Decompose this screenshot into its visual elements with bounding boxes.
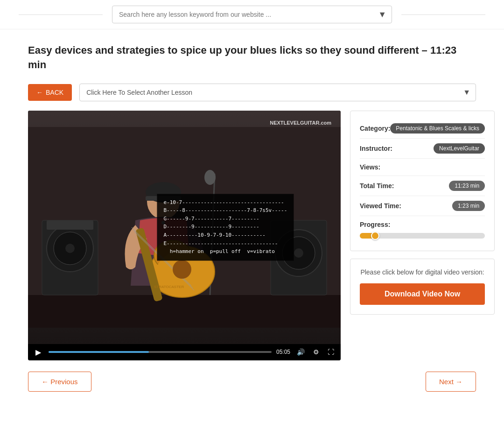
top-bar: ▼: [0, 0, 504, 29]
video-player: STRATOCASTER e-10-7---------------------…: [28, 111, 341, 360]
back-button[interactable]: ← BACK: [28, 84, 72, 101]
previous-label: ← Previous: [42, 378, 78, 386]
video-frame: STRATOCASTER e-10-7---------------------…: [28, 111, 341, 344]
views-label: Views:: [360, 163, 380, 171]
instructor-label: Instructor:: [360, 145, 392, 152]
fullscreen-icon[interactable]: ⛶: [326, 347, 336, 357]
search-wrapper: ▼: [112, 6, 392, 23]
progress-track[interactable]: [360, 233, 485, 239]
svg-text:STRATOCASTER: STRATOCASTER: [154, 285, 184, 289]
lesson-select[interactable]: Click Here To Select Another Lesson: [79, 84, 476, 101]
tab-notation-overlay: e-10-7--------------------------------- …: [157, 194, 294, 260]
sidebar-info: Category: Pentatonic & Blues Scales & li…: [350, 111, 495, 315]
video-controls: ▶ 05:05 🔊 ⚙ ⛶: [28, 344, 341, 360]
progress-thumb: [371, 232, 379, 240]
page-title: Easy devices and strategies to spice up …: [28, 43, 476, 72]
volume-icon[interactable]: 🔊: [295, 347, 307, 357]
instructor-row: Instructor: NextLevelGuitar: [360, 139, 485, 159]
video-time-display: 05:05: [276, 349, 290, 355]
download-card: Please click below for digital video ver…: [350, 259, 495, 315]
search-input[interactable]: [112, 6, 392, 23]
previous-button[interactable]: ← Previous: [28, 372, 91, 392]
main-content: Easy devices and strategies to spice up …: [0, 29, 504, 410]
svg-point-13: [204, 170, 216, 185]
navigation-row: ← Previous Next →: [28, 372, 476, 392]
back-arrow-icon: ←: [36, 89, 43, 96]
category-row: Category: Pentatonic & Blues Scales & li…: [360, 119, 485, 139]
top-line-left: [19, 14, 103, 15]
category-badge: Pentatonic & Blues Scales & licks: [390, 123, 485, 134]
download-button[interactable]: Download Video Now: [360, 283, 485, 305]
play-button[interactable]: ▶: [33, 347, 44, 358]
svg-rect-2: [28, 295, 341, 328]
video-progress-fill: [49, 351, 149, 353]
info-card: Category: Pentatonic & Blues Scales & li…: [350, 111, 495, 251]
total-time-badge: 11:23 min: [449, 181, 485, 191]
category-label: Category:: [360, 125, 390, 132]
next-button[interactable]: Next →: [426, 372, 476, 392]
content-area: STRATOCASTER e-10-7---------------------…: [28, 111, 476, 360]
svg-point-11: [294, 248, 303, 258]
viewed-time-badge: 1:23 min: [452, 201, 485, 211]
viewed-time-row: Viewed Time: 1:23 min: [360, 196, 485, 216]
svg-point-6: [65, 244, 75, 253]
brand-logo-overlay: NEXTLEVELGUITAR.com: [270, 120, 331, 126]
progress-label: Progress:: [360, 221, 485, 228]
views-row: Views:: [360, 159, 485, 176]
svg-rect-7: [47, 220, 93, 230]
next-label: Next →: [439, 378, 462, 386]
total-time-row: Total Time: 11:23 min: [360, 176, 485, 196]
svg-point-24: [173, 260, 191, 279]
download-prompt-text: Please click below for digital video ver…: [360, 268, 485, 276]
back-label: BACK: [46, 89, 63, 96]
progress-row: Progress:: [360, 216, 485, 243]
total-time-label: Total Time:: [360, 182, 394, 190]
controls-row: ← BACK Click Here To Select Another Less…: [28, 84, 476, 101]
settings-icon[interactable]: ⚙: [311, 347, 321, 357]
viewed-time-label: Viewed Time:: [360, 202, 401, 210]
lesson-select-wrapper: Click Here To Select Another Lesson ▼: [79, 84, 476, 101]
video-progress-bar[interactable]: [49, 351, 272, 353]
instructor-badge: NextLevelGuitar: [434, 143, 485, 154]
top-line-right: [401, 14, 485, 15]
